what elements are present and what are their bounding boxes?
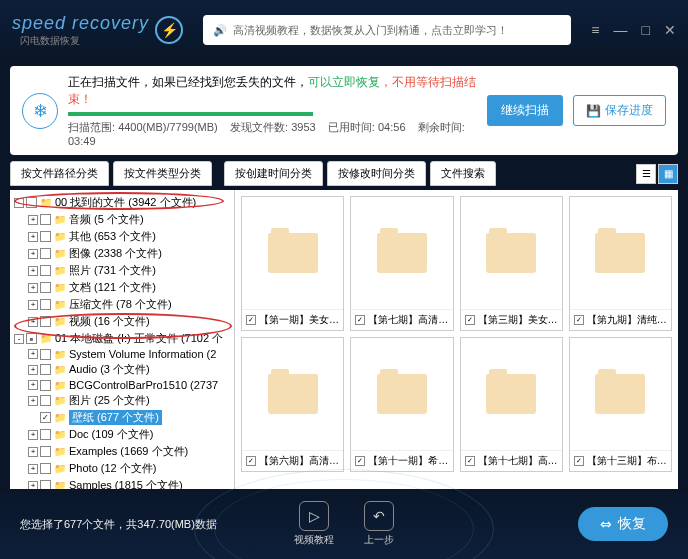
tree-label[interactable]: Examples (1669 个文件) — [69, 444, 188, 459]
thumbnail-item[interactable]: 【第一期】美女… — [241, 196, 344, 331]
thumbnail-item[interactable]: 【第九期】清纯… — [569, 196, 672, 331]
tree-item[interactable]: +📁Examples (1669 个文件) — [12, 443, 232, 460]
expander-icon[interactable]: - — [14, 198, 24, 208]
minimize-button[interactable]: — — [614, 22, 628, 38]
tree-checkbox[interactable] — [40, 463, 51, 474]
tree-checkbox[interactable] — [40, 412, 51, 423]
file-tree[interactable]: -📁00 找到的文件 (3942 个文件)+📁音频 (5 个文件)+📁其他 (6… — [10, 190, 235, 489]
thumbnail-checkbox[interactable] — [355, 456, 365, 466]
tree-checkbox[interactable] — [40, 349, 51, 360]
tree-label[interactable]: 音频 (5 个文件) — [69, 212, 144, 227]
tree-checkbox[interactable] — [40, 316, 51, 327]
tree-label[interactable]: 01 本地磁盘 (I:) 正常文件 (7102 个 — [55, 331, 223, 346]
expander-icon[interactable]: + — [28, 430, 38, 440]
tree-checkbox[interactable] — [40, 364, 51, 375]
tutorial-banner[interactable]: 🔊 高清视频教程，数据恢复从入门到精通，点击立即学习！ — [203, 15, 571, 45]
tab-search[interactable]: 文件搜索 — [430, 161, 496, 186]
tree-label[interactable]: 视频 (16 个文件) — [69, 314, 150, 329]
tree-item[interactable]: +📁BCGControlBarPro1510 (2737 — [12, 378, 232, 392]
tree-checkbox[interactable] — [40, 265, 51, 276]
menu-icon[interactable]: ≡ — [591, 22, 599, 38]
tree-item[interactable]: +📁System Volume Information (2 — [12, 347, 232, 361]
expander-icon[interactable]: + — [28, 317, 38, 327]
tree-item[interactable]: +📁照片 (731 个文件) — [12, 262, 232, 279]
tree-item[interactable]: +📁图像 (2338 个文件) — [12, 245, 232, 262]
expander-icon[interactable]: - — [14, 334, 24, 344]
tree-checkbox[interactable] — [40, 299, 51, 310]
expander-icon[interactable]: + — [28, 447, 38, 457]
thumbnail-checkbox[interactable] — [355, 315, 365, 325]
close-button[interactable]: ✕ — [664, 22, 676, 38]
maximize-button[interactable]: □ — [642, 22, 650, 38]
expander-icon[interactable]: + — [28, 283, 38, 293]
tree-item[interactable]: -📁01 本地磁盘 (I:) 正常文件 (7102 个 — [12, 330, 232, 347]
tree-label[interactable]: Samples (1815 个文件) — [69, 478, 183, 489]
tree-item[interactable]: -📁00 找到的文件 (3942 个文件) — [12, 194, 232, 211]
expander-icon[interactable]: + — [28, 232, 38, 242]
tree-item[interactable]: +📁音频 (5 个文件) — [12, 211, 232, 228]
save-progress-button[interactable]: 💾 保存进度 — [573, 95, 666, 126]
tree-item[interactable]: +📁Photo (12 个文件) — [12, 460, 232, 477]
thumbnail-checkbox[interactable] — [246, 456, 256, 466]
thumbnail-item[interactable]: 【第三期】美女… — [460, 196, 563, 331]
tree-label[interactable]: 壁纸 (677 个文件) — [69, 410, 162, 425]
tree-item[interactable]: +📁其他 (653 个文件) — [12, 228, 232, 245]
recover-button[interactable]: ⇔ 恢复 — [578, 507, 668, 541]
tree-checkbox[interactable] — [40, 282, 51, 293]
thumbnail-item[interactable]: 【第七期】高清… — [350, 196, 453, 331]
expander-icon[interactable]: + — [28, 300, 38, 310]
tree-label[interactable]: 图片 (25 个文件) — [69, 393, 150, 408]
tree-label[interactable]: 压缩文件 (78 个文件) — [69, 297, 172, 312]
expander-icon[interactable]: + — [28, 380, 38, 390]
tree-checkbox[interactable] — [40, 380, 51, 391]
continue-scan-button[interactable]: 继续扫描 — [487, 95, 563, 126]
tree-label[interactable]: 00 找到的文件 (3942 个文件) — [55, 195, 196, 210]
tree-item[interactable]: +📁Audio (3 个文件) — [12, 361, 232, 378]
tree-item[interactable]: +📁视频 (16 个文件) — [12, 313, 232, 330]
tree-label[interactable]: 图像 (2338 个文件) — [69, 246, 162, 261]
tree-item[interactable]: +📁图片 (25 个文件) — [12, 392, 232, 409]
thumbnail-checkbox[interactable] — [465, 315, 475, 325]
tree-label[interactable]: BCGControlBarPro1510 (2737 — [69, 379, 218, 391]
tree-item[interactable]: 📁壁纸 (677 个文件) — [12, 409, 232, 426]
expander-icon[interactable]: + — [28, 349, 38, 359]
tree-label[interactable]: Photo (12 个文件) — [69, 461, 156, 476]
tree-checkbox[interactable] — [40, 446, 51, 457]
thumbnail-checkbox[interactable] — [574, 315, 584, 325]
tree-checkbox[interactable] — [26, 197, 37, 208]
video-tutorial-button[interactable]: ▷ 视频教程 — [294, 501, 334, 547]
thumbnail-checkbox[interactable] — [246, 315, 256, 325]
expander-icon[interactable]: + — [28, 249, 38, 259]
tree-label[interactable]: System Volume Information (2 — [69, 348, 216, 360]
tab-by-path[interactable]: 按文件路径分类 — [10, 161, 109, 186]
tree-label[interactable]: 照片 (731 个文件) — [69, 263, 156, 278]
tree-item[interactable]: +📁压缩文件 (78 个文件) — [12, 296, 232, 313]
tree-item[interactable]: +📁文档 (121 个文件) — [12, 279, 232, 296]
tab-by-modified[interactable]: 按修改时间分类 — [327, 161, 426, 186]
thumbnail-item[interactable]: 【第六期】高清… — [241, 337, 344, 472]
thumbnail-item[interactable]: 【第十三期】布… — [569, 337, 672, 472]
list-view-button[interactable]: ☰ — [636, 164, 656, 184]
tree-checkbox[interactable] — [40, 214, 51, 225]
tree-checkbox[interactable] — [26, 333, 37, 344]
tree-checkbox[interactable] — [40, 429, 51, 440]
tree-label[interactable]: 其他 (653 个文件) — [69, 229, 156, 244]
grid-view-button[interactable]: ▦ — [658, 164, 678, 184]
previous-step-button[interactable]: ↶ 上一步 — [364, 501, 394, 547]
tree-label[interactable]: 文档 (121 个文件) — [69, 280, 156, 295]
tree-checkbox[interactable] — [40, 248, 51, 259]
thumbnail-item[interactable]: 【第十七期】高… — [460, 337, 563, 472]
tree-label[interactable]: Audio (3 个文件) — [69, 362, 150, 377]
tree-checkbox[interactable] — [40, 395, 51, 406]
thumbnail-checkbox[interactable] — [574, 456, 584, 466]
thumbnail-checkbox[interactable] — [465, 456, 475, 466]
tree-checkbox[interactable] — [40, 231, 51, 242]
tree-item[interactable]: +📁Doc (109 个文件) — [12, 426, 232, 443]
expander-icon[interactable]: + — [28, 396, 38, 406]
thumbnail-item[interactable]: 【第十一期】希… — [350, 337, 453, 472]
tab-by-type[interactable]: 按文件类型分类 — [113, 161, 212, 186]
expander-icon[interactable]: + — [28, 215, 38, 225]
expander-icon[interactable]: + — [28, 266, 38, 276]
expander-icon[interactable]: + — [28, 464, 38, 474]
tab-by-created[interactable]: 按创建时间分类 — [224, 161, 323, 186]
